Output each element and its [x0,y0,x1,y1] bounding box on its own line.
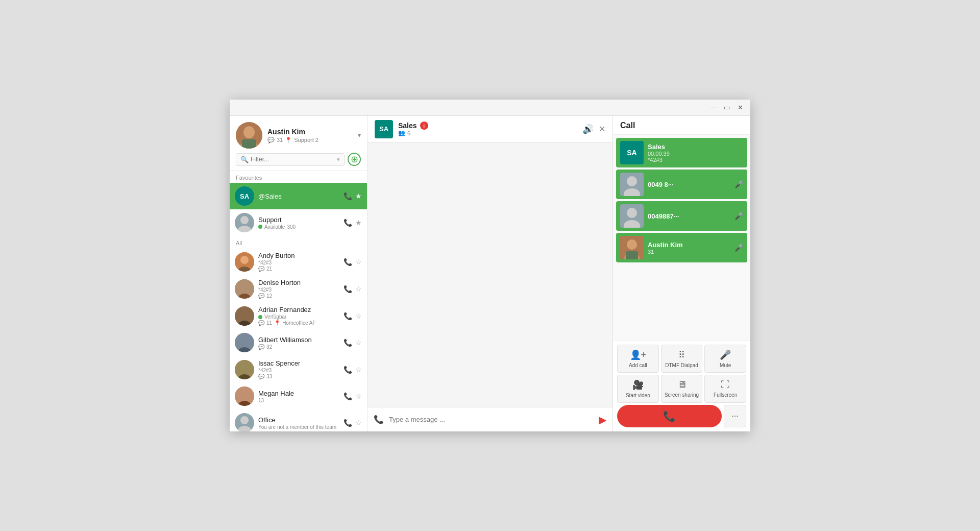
chevron-down-icon[interactable]: ▾ [358,132,361,139]
add-call-button[interactable]: 👤+ Add call [617,345,659,373]
sidebar: Austin Kim 💬 31 📍 Support 2 ▾ 🔍 [230,116,368,431]
svg-point-24 [240,416,249,424]
contact-number: 300 [287,224,296,230]
more-options-button[interactable]: ··· [724,405,746,427]
contact-sub: Verfügbar [258,314,341,320]
star-icon[interactable]: ☆ [355,419,362,427]
call-icon[interactable]: 📞 [344,392,352,400]
contact-actions: 📞 ☆ [344,419,362,427]
video-icon: 🎥 [632,379,644,391]
message-count: 33 [266,374,272,379]
maximize-button[interactable]: ▭ [721,102,733,114]
list-item[interactable]: SA @Sales 📞 ★ [230,183,367,209]
close-chat-button[interactable]: ✕ [599,124,605,134]
avatar [235,387,254,406]
avatar [235,252,254,272]
location: Homeoffice AF [282,320,315,326]
list-item[interactable]: Megan Hale 13 📞 ☆ [230,383,367,409]
list-item[interactable]: Adrian Fernandez Verfügbar 💬 11 📍 Homeof… [230,302,367,329]
participant-avatar: SA [620,141,644,164]
mute-label: Mute [720,363,731,368]
search-box: 🔍 ▾ [236,153,345,166]
call-icon[interactable]: 📞 [344,192,352,200]
star-icon[interactable]: ☆ [355,285,362,293]
star-icon[interactable]: ☆ [355,366,362,374]
call-controls-row-2: 🎥 Start video 🖥 Screen sharing ⛶ Fullscr… [617,375,746,403]
phone-icon[interactable]: 📞 [374,415,384,424]
filter-chevron-icon[interactable]: ▾ [337,156,340,163]
contact-detail: @Sales [258,192,341,200]
star-icon[interactable]: ☆ [355,392,362,400]
call-participant-item: 0049887··· 🎤 [616,201,747,231]
contact-sub-2: 💬 33 [258,374,341,379]
contact-sub: *42#3 [258,287,341,293]
message-icon: 💬 [258,344,264,350]
call-icon[interactable]: 📞 [344,312,352,320]
contact-name: Support [258,216,341,224]
contact-name: @Sales [258,192,341,200]
participant-number: 31 [648,249,730,255]
call-end-row: 📞 ··· [617,405,746,427]
all-label: All [230,236,367,248]
list-item[interactable]: Support Available 300 📞 ★ [230,209,367,236]
chat-header-actions: 🔊 ✕ [582,124,605,135]
add-contact-button[interactable]: ⊕ [348,153,361,166]
star-icon[interactable]: ★ [355,219,362,227]
dtmf-dialpad-button[interactable]: ⠿ DTMF Dialpad [661,345,703,373]
message-input[interactable] [389,416,594,423]
star-icon[interactable]: ☆ [355,258,362,266]
call-participant-item: Austin Kim 31 🎤 [616,233,747,262]
extension: *42#3 [258,287,272,293]
search-input[interactable] [251,156,337,163]
end-call-button[interactable]: 📞 [617,405,722,427]
user-info: Austin Kim 💬 31 📍 Support 2 [267,128,353,143]
list-item[interactable]: Andy Burton *42#3 💬 21 📞 ☆ [230,248,367,275]
contact-detail: Denise Horton *42#3 💬 12 [258,279,341,299]
participant-avatar [620,173,644,196]
call-icon[interactable]: 📞 [344,258,352,266]
list-item[interactable]: Office You are not a member of this team… [230,409,367,431]
call-icon[interactable]: 📞 [344,285,352,293]
call-controls: 👤+ Add call ⠿ DTMF Dialpad 🎤 Mute 🎥 [613,340,750,431]
svg-rect-3 [242,139,256,149]
add-call-label: Add call [629,363,647,368]
call-icon[interactable]: 📞 [344,419,352,427]
chat-title: Sales i [398,122,577,130]
contact-detail: Megan Hale 13 [258,390,341,403]
volume-icon[interactable]: 🔊 [582,124,594,135]
call-icon[interactable]: 📞 [344,219,352,227]
message-count: 12 [266,293,272,299]
svg-point-7 [240,256,249,264]
star-icon[interactable]: ☆ [355,312,362,320]
list-item[interactable]: Denise Horton *42#3 💬 12 📞 ☆ [230,275,367,302]
chat-avatar: SA [375,120,393,138]
avatar [235,333,254,352]
app-window: — ▭ ✕ [230,100,750,431]
contact-sub: You are not a member of this team [258,424,341,430]
favourites-label: Favourites [230,171,367,183]
star-icon[interactable]: ☆ [355,339,362,347]
mute-button[interactable]: 🎤 Mute [704,345,746,373]
contact-actions: 📞 ☆ [344,285,362,293]
contact-sub: Available 300 [258,224,341,230]
contact-name: Megan Hale [258,390,341,397]
send-button[interactable]: ▶ [599,414,606,426]
screen-sharing-button[interactable]: 🖥 Screen sharing [661,375,703,403]
microphone-icon: 🎤 [734,180,743,188]
list-item[interactable]: Issac Spencer *42#3 💬 33 📞 ☆ [230,356,367,383]
star-icon[interactable]: ★ [355,192,362,200]
contact-detail: Adrian Fernandez Verfügbar 💬 11 📍 Homeof… [258,306,341,326]
search-icon: 🔍 [240,156,249,163]
call-icon[interactable]: 📞 [344,339,352,347]
message-count: 11 [266,320,272,326]
minimize-button[interactable]: — [707,102,720,114]
contact-name: Gilbert Williamson [258,336,341,344]
contact-actions: 📞 ☆ [344,339,362,347]
call-icon[interactable]: 📞 [344,366,352,374]
contacts-list: Favourites SA @Sales 📞 ★ [230,171,367,431]
fullscreen-button[interactable]: ⛶ Fullscreen [704,375,746,403]
contact-sub: *42#3 [258,260,341,266]
close-button[interactable]: ✕ [734,102,746,114]
list-item[interactable]: Gilbert Williamson 💬 32 📞 ☆ [230,329,367,356]
start-video-button[interactable]: 🎥 Start video [617,375,659,403]
